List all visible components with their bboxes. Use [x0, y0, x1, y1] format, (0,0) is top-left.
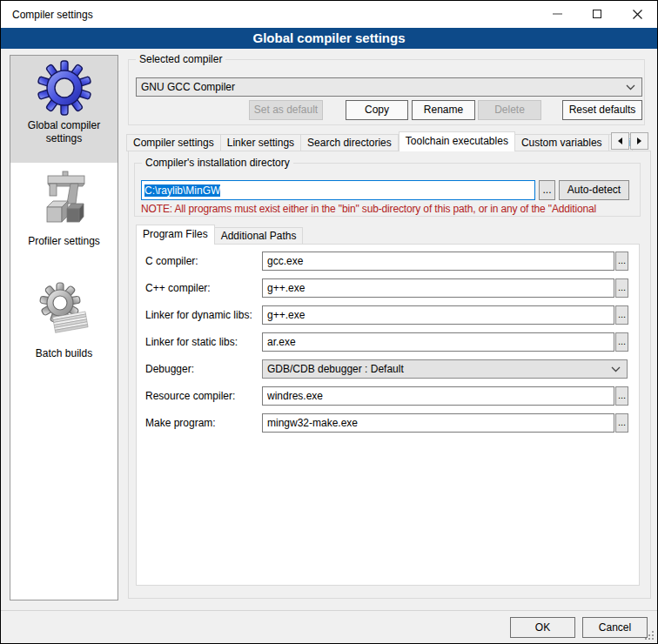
chevron-down-icon: [626, 84, 635, 91]
maximize-button[interactable]: [577, 1, 617, 27]
cpp-compiler-browse-button[interactable]: ...: [615, 278, 628, 298]
field-label: C compiler:: [145, 255, 198, 267]
group-legend: Selected compiler: [136, 53, 225, 65]
bin-subdirectory-note: NOTE: All programs must exist either in …: [141, 203, 638, 215]
field-row-cpp-compiler: C++ compiler: ...: [137, 278, 639, 298]
minimize-icon: [553, 13, 562, 15]
field-label: Linker for dynamic libs:: [145, 309, 252, 321]
set-as-default-button[interactable]: Set as default: [249, 100, 323, 120]
tab-toolchain-executables[interactable]: Toolchain executables: [399, 131, 515, 151]
tab-linker-settings[interactable]: Linker settings: [221, 134, 301, 151]
debugger-select[interactable]: GDB/CDB debugger : Default: [262, 359, 628, 379]
field-row-make-program: Make program: ...: [137, 413, 639, 433]
sidebar-item-label: Batch builds: [16, 347, 113, 360]
settings-tabstrip: Compiler settings Linker settings Search…: [126, 131, 633, 151]
batch-builds-icon: [37, 281, 92, 344]
dynamic-linker-browse-button[interactable]: ...: [615, 305, 628, 325]
field-label: Linker for static libs:: [145, 336, 238, 348]
selected-compiler-group: Selected compiler GNU GCC Compiler Set a…: [128, 59, 645, 125]
auto-detect-button[interactable]: Auto-detect: [559, 180, 629, 200]
resource-compiler-input[interactable]: [262, 386, 614, 406]
subtab-additional-paths[interactable]: Additional Paths: [215, 227, 304, 245]
dynamic-linker-input[interactable]: [262, 305, 614, 325]
c-compiler-input[interactable]: [262, 252, 614, 271]
maximize-icon: [593, 10, 601, 18]
field-label: Debugger:: [145, 363, 194, 375]
static-linker-input[interactable]: [262, 332, 614, 352]
field-label: Make program:: [145, 417, 216, 429]
window-title: Compiler settings: [12, 9, 93, 21]
compiler-settings-dialog: Compiler settings Global compiler settin…: [0, 0, 658, 644]
program-files-tabstrip: Program Files Additional Paths: [136, 225, 303, 245]
installation-directory-input[interactable]: C:\raylib\MinGW: [141, 180, 535, 200]
make-program-input[interactable]: [262, 413, 614, 433]
tab-compiler-settings[interactable]: Compiler settings: [126, 134, 221, 151]
cancel-button[interactable]: Cancel: [582, 617, 648, 638]
browse-directory-button[interactable]: ...: [539, 180, 555, 200]
tab-custom-variables[interactable]: Custom variables: [515, 134, 609, 151]
make-program-browse-button[interactable]: ...: [615, 413, 628, 433]
debugger-select-value: GDB/CDB debugger : Default: [267, 363, 611, 375]
sidebar-item-profiler-settings[interactable]: Profiler settings: [10, 166, 118, 248]
arrow-left-icon: [618, 138, 622, 144]
static-linker-browse-button[interactable]: ...: [615, 332, 628, 352]
sidebar-item-label: Global compiler settings: [16, 119, 113, 145]
sidebar-item-batch-builds[interactable]: Batch builds: [10, 277, 118, 360]
cpp-compiler-input[interactable]: [262, 278, 614, 298]
tab-search-directories[interactable]: Search directories: [301, 134, 399, 151]
field-row-debugger: Debugger: GDB/CDB debugger : Default: [137, 359, 639, 379]
page-banner: Global compiler settings: [1, 28, 657, 49]
footer-divider: [1, 610, 657, 611]
compiler-select-value: GNU GCC Compiler: [141, 81, 626, 93]
compiler-select[interactable]: GNU GCC Compiler: [136, 77, 642, 97]
field-row-static-linker: Linker for static libs: ...: [137, 332, 639, 352]
resource-compiler-browse-button[interactable]: ...: [615, 386, 628, 406]
group-legend: Compiler's installation directory: [142, 157, 293, 169]
sidebar-item-label: Profiler settings: [16, 235, 113, 248]
rename-button[interactable]: Rename: [412, 100, 475, 120]
close-icon: [633, 10, 642, 19]
copy-button[interactable]: Copy: [346, 100, 408, 120]
field-row-resource-compiler: Resource compiler: ...: [137, 386, 639, 406]
field-row-c-compiler: C compiler: ...: [137, 252, 639, 271]
ok-button[interactable]: OK: [510, 617, 575, 638]
chevron-down-icon: [611, 366, 621, 372]
installation-directory-value: C:\raylib\MinGW: [144, 184, 220, 197]
arrow-right-icon: [637, 138, 641, 144]
close-button[interactable]: [617, 1, 657, 27]
field-row-dynamic-linker: Linker for dynamic libs: ...: [137, 305, 639, 325]
sidebar-item-global-compiler-settings[interactable]: Global compiler settings: [10, 56, 118, 163]
resize-grip[interactable]: [644, 630, 655, 641]
toolchain-executables-page: Compiler's installation directory C:\ray…: [128, 151, 651, 599]
blue-gear-icon: [37, 60, 92, 116]
settings-category-list: Global compiler settings Profil: [10, 55, 118, 600]
c-compiler-browse-button[interactable]: ...: [615, 252, 628, 271]
subtab-program-files[interactable]: Program Files: [136, 225, 215, 245]
tab-scroll-left-button[interactable]: [611, 132, 629, 150]
minimize-button[interactable]: [537, 1, 577, 27]
delete-button[interactable]: Delete: [478, 100, 541, 120]
program-files-panel: C compiler: ... C++ compiler: ... Linker…: [136, 244, 640, 586]
field-label: C++ compiler:: [145, 282, 211, 294]
field-label: Resource compiler:: [145, 390, 235, 402]
reset-defaults-button[interactable]: Reset defaults: [562, 100, 642, 120]
caliper-icon: [37, 171, 92, 231]
installation-directory-group: Compiler's installation directory C:\ray…: [134, 163, 641, 217]
tab-scroll-right-button[interactable]: [630, 132, 648, 150]
